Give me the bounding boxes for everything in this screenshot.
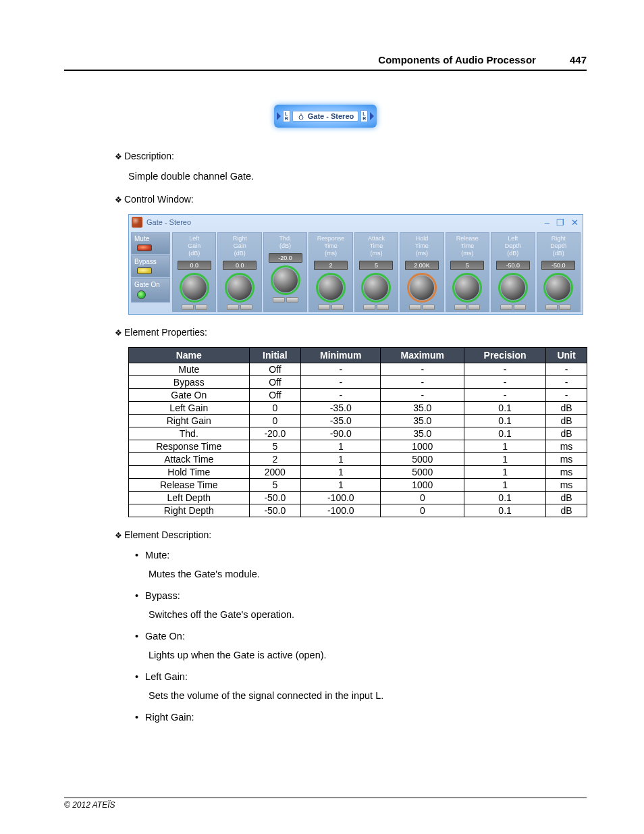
table-cell: Right Depth: [129, 504, 250, 517]
table-cell: 5: [249, 479, 301, 492]
knob-decrement-button[interactable]: [409, 305, 421, 310]
table-cell: 1: [464, 479, 546, 492]
knob-increment-button[interactable]: [468, 305, 480, 310]
knob-stepper: [182, 305, 207, 310]
table-cell: 0.1: [464, 427, 546, 440]
table-cell: dB: [546, 427, 587, 440]
table-cell: Bypass: [129, 376, 250, 389]
knob-increment-button[interactable]: [559, 305, 571, 310]
table-cell: Release Time: [129, 479, 250, 492]
knob-increment-button[interactable]: [286, 297, 298, 303]
knob-decrement-button[interactable]: [227, 305, 239, 310]
table-cell: -: [381, 363, 464, 376]
knob-value-display[interactable]: 5: [359, 261, 393, 270]
table-cell: Attack Time: [129, 453, 250, 466]
knob-increment-button[interactable]: [423, 305, 435, 310]
table-cell: 5000: [381, 453, 464, 466]
knob-stepper: [500, 305, 526, 310]
knob-decrement-button[interactable]: [454, 305, 466, 310]
knob-value-display[interactable]: 2.00K: [405, 261, 439, 270]
knob-decrement-button[interactable]: [545, 305, 558, 310]
table-cell: -100.0: [301, 504, 381, 517]
knob-stepper: [545, 305, 571, 310]
knob-value-display[interactable]: 5: [450, 261, 484, 270]
arrow-right-icon: [370, 112, 374, 120]
close-button[interactable]: ✕: [571, 217, 579, 228]
knob-column: AttackTime(ms)5: [354, 232, 398, 312]
table-cell: -: [381, 376, 464, 389]
table-cell: Left Gain: [129, 402, 250, 415]
table-cell: 1000: [381, 440, 464, 453]
toggle-gate-on[interactable]: Gate On: [131, 278, 170, 303]
knob-dial[interactable]: [543, 273, 573, 303]
table-cell: Response Time: [129, 440, 250, 453]
toggle-bypass[interactable]: Bypass: [131, 255, 170, 278]
table-cell: 1: [301, 440, 381, 453]
control-window-title: Gate - Stereo: [146, 218, 191, 226]
table-cell: 35.0: [381, 427, 464, 440]
table-cell: -100.0: [301, 492, 381, 504]
knob-increment-button[interactable]: [331, 305, 344, 310]
table-cell: Thd.: [129, 427, 250, 440]
table-cell: Mute: [129, 363, 250, 376]
table-cell: -: [546, 389, 587, 402]
knob-value-display[interactable]: 0.0: [178, 261, 211, 270]
table-cell: -: [301, 389, 381, 402]
knob-stepper: [409, 305, 435, 310]
table-header-cell: Maximum: [381, 348, 464, 363]
knob-dial[interactable]: [452, 273, 482, 303]
knob-increment-button[interactable]: [195, 305, 207, 310]
table-cell: 0.1: [464, 504, 546, 517]
knob-label: LeftDepth(dB): [505, 233, 521, 261]
element-desc-name: Bypass:: [135, 590, 587, 601]
knob-value-display[interactable]: 0.0: [223, 261, 257, 270]
table-row: Right Gain0-35.035.00.1dB: [129, 415, 587, 427]
table-cell: 1000: [381, 479, 464, 492]
table-cell: 35.0: [381, 415, 464, 427]
knob-label: ReleaseTime(ms): [456, 233, 479, 261]
control-window: Gate - Stereo – ❐ ✕ MuteBypassGate On Le…: [128, 214, 583, 315]
knob-increment-button[interactable]: [240, 305, 252, 310]
table-cell: 1: [464, 440, 546, 453]
knob-increment-button[interactable]: [377, 305, 389, 310]
table-row: BypassOff----: [129, 376, 587, 389]
maximize-button[interactable]: ❐: [556, 217, 564, 228]
knob-label: ResponseTime(ms): [317, 233, 345, 261]
knob-decrement-button[interactable]: [500, 305, 512, 310]
toggle-mute[interactable]: Mute: [131, 232, 170, 255]
table-cell: -: [546, 376, 587, 389]
app-icon: [132, 217, 142, 228]
table-cell: 0.1: [464, 415, 546, 427]
table-header-cell: Precision: [464, 348, 546, 363]
knob-dial[interactable]: [407, 273, 437, 303]
knob-value-display[interactable]: -20.0: [269, 253, 302, 263]
knob-label: RightDepth(dB): [550, 233, 566, 261]
knob-decrement-button[interactable]: [182, 305, 194, 310]
table-cell: 0.1: [464, 492, 546, 504]
section-element-description: ❖Element Description:: [115, 529, 587, 540]
table-cell: -20.0: [249, 427, 301, 440]
table-header-cell: Minimum: [301, 348, 381, 363]
section-control-window: ❖Control Window:: [115, 194, 587, 205]
knob-dial[interactable]: [498, 273, 528, 303]
knob-value-display[interactable]: -50.0: [541, 261, 575, 270]
knob-decrement-button[interactable]: [273, 297, 285, 303]
knob-dial[interactable]: [316, 273, 346, 303]
knob-increment-button[interactable]: [514, 305, 526, 310]
table-cell: Hold Time: [129, 466, 250, 479]
knob-column: Thd.(dB)-20.0: [263, 232, 307, 312]
knob-dial[interactable]: [180, 273, 209, 303]
table-header-cell: Unit: [546, 348, 587, 363]
table-row: Attack Time2150001ms: [129, 453, 587, 466]
knob-value-display[interactable]: 2: [314, 261, 348, 270]
knob-dial[interactable]: [271, 265, 300, 295]
table-cell: 35.0: [381, 402, 464, 415]
knob-dial[interactable]: [361, 273, 391, 303]
knob-decrement-button[interactable]: [318, 305, 330, 310]
knob-decrement-button[interactable]: [363, 305, 375, 310]
knob-dial[interactable]: [225, 273, 254, 303]
lr-indicator-right: LR: [360, 110, 368, 122]
minimize-button[interactable]: –: [545, 217, 549, 228]
knob-value-display[interactable]: -50.0: [496, 261, 530, 270]
knob-stepper: [273, 297, 298, 303]
